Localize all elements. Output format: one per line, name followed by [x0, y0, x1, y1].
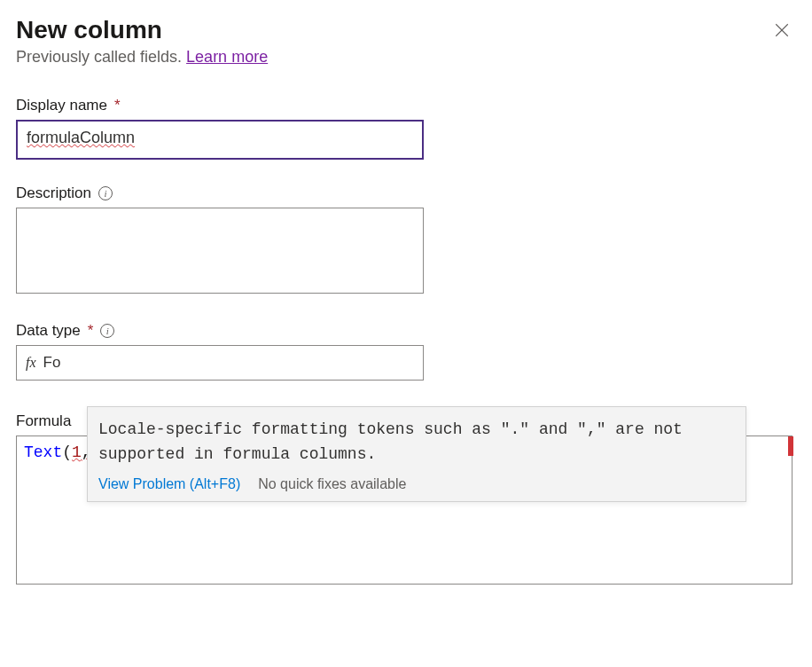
display-name-value: formulaColumn [27, 129, 135, 146]
error-marker-icon [788, 436, 793, 456]
info-icon[interactable]: i [100, 324, 114, 338]
description-field: Description i [16, 184, 796, 297]
token-number: 1 [72, 443, 82, 461]
token-function: Text [24, 443, 62, 461]
error-tooltip: Locale-specific formatting tokens such a… [87, 406, 746, 502]
close-icon [774, 22, 790, 38]
display-name-label: Display name * [16, 97, 796, 114]
data-type-value: Fo [43, 354, 61, 372]
panel-subtitle: Previously called fields. Learn more [16, 48, 796, 67]
required-indicator: * [114, 97, 121, 114]
data-type-label: Data type * i [16, 322, 796, 340]
label-text: Data type [16, 322, 81, 340]
token-open-paren: ( [62, 443, 72, 461]
learn-more-link[interactable]: Learn more [186, 48, 268, 66]
display-name-input[interactable]: formulaColumn [16, 120, 424, 160]
view-problem-link[interactable]: View Problem (Alt+F8) [98, 476, 240, 492]
tooltip-actions: View Problem (Alt+F8) No quick fixes ava… [98, 476, 735, 492]
label-text: Display name [16, 97, 107, 114]
subtitle-text: Previously called fields. [16, 48, 186, 66]
no-fixes-text: No quick fixes available [258, 476, 406, 492]
label-text: Description [16, 184, 91, 202]
display-name-field: Display name * formulaColumn [16, 97, 796, 160]
label-text: Formula [16, 412, 71, 430]
required-indicator: * [88, 322, 94, 340]
tooltip-message: Locale-specific formatting tokens such a… [98, 418, 735, 467]
description-textarea[interactable] [16, 208, 424, 294]
description-label: Description i [16, 184, 796, 202]
data-type-field: Data type * i fx Fo [16, 322, 796, 381]
info-icon[interactable]: i [98, 186, 113, 200]
fx-icon: fx [26, 355, 36, 371]
panel-title: New column [16, 16, 796, 44]
data-type-select[interactable]: fx Fo [16, 345, 424, 381]
close-button[interactable] [771, 20, 792, 41]
